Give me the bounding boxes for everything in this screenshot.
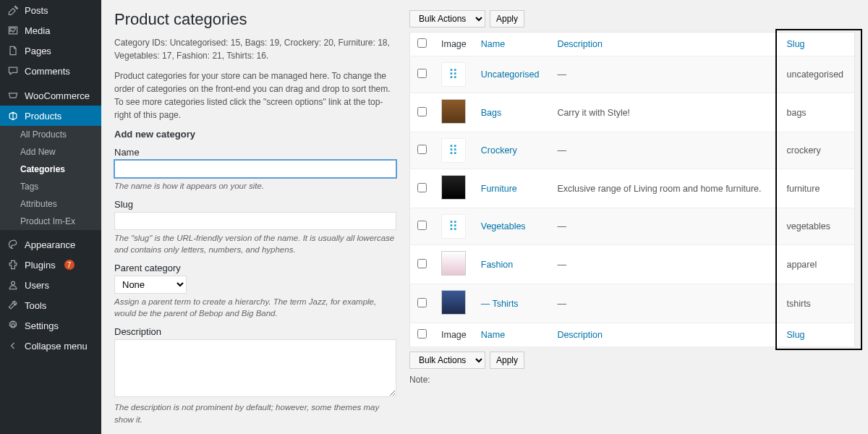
name-label: Name [114,147,396,158]
sidebar-item-label: Media [25,25,50,36]
sidebar-item-appearance[interactable]: Appearance [0,234,101,255]
col-description[interactable]: Description [550,33,779,56]
row-checkbox[interactable] [417,107,427,116]
main-content: Product categories Category IDs: Uncateg… [101,0,868,434]
sidebar-item-settings[interactable]: Settings [0,315,101,336]
admin-sidebar: PostsMediaPagesCommentsWooCommerceProduc… [0,0,101,434]
category-slug: crockery [780,132,855,169]
row-checkbox[interactable] [417,183,427,192]
user-icon [7,279,19,291]
sidebar-item-comments[interactable]: Comments [0,61,101,81]
note-label: Note: [409,375,855,385]
placeholder-thumb-icon: ⠿ [441,214,466,239]
placeholder-thumb-icon: ⠿ [441,62,466,87]
col-name-foot[interactable]: Name [474,323,550,347]
sidebar-item-products[interactable]: Products [0,106,101,126]
table-row: ⠿Vegetables—vegetables [410,208,855,245]
sidebar-sub-categories[interactable]: Categories [0,161,101,178]
category-ids-line: Category IDs: Uncategorised: 15, Bags: 1… [114,36,396,62]
sidebar-item-label: Collapse menu [25,341,88,352]
table-row: ⠿Crockery—crockery [410,132,855,169]
select-all-checkbox[interactable] [417,38,427,48]
category-description: Exclusive range of Living room and home … [550,169,779,208]
sidebar-item-label: Tools [25,300,46,311]
col-description-foot[interactable]: Description [550,323,779,347]
category-name-link[interactable]: Crockery [481,145,517,156]
row-checkbox[interactable] [417,259,427,268]
category-thumb [441,175,466,200]
update-badge: 7 [64,260,75,270]
category-name-link[interactable]: Bags [481,108,502,118]
category-slug: tshirts [780,284,855,323]
sidebar-sub-product-im-ex[interactable]: Product Im-Ex [0,213,101,230]
row-checkbox[interactable] [417,69,427,78]
comment-icon [7,65,19,77]
bulk-actions-select[interactable]: Bulk Actions [409,10,485,27]
product-icon [7,110,19,122]
slug-label: Slug [114,199,396,210]
sidebar-item-plugins[interactable]: Plugins7 [0,255,101,275]
description-textarea[interactable] [114,339,396,397]
woo-icon [7,90,19,101]
bulk-actions-select-bottom[interactable]: Bulk Actions [409,352,485,369]
categories-table: Image Name Description Slug ⠿Uncategoris… [409,32,855,347]
sidebar-item-posts[interactable]: Posts [0,0,101,20]
name-hint: The name is how it appears on your site. [114,180,396,192]
col-slug-foot[interactable]: Slug [780,323,855,347]
category-description: — [550,132,779,169]
table-row: — Tshirts—tshirts [410,284,855,323]
sidebar-item-pages[interactable]: Pages [0,41,101,61]
category-description: — [550,284,779,323]
sidebar-item-users[interactable]: Users [0,275,101,295]
sidebar-sub-attributes[interactable]: Attributes [0,195,101,213]
bulk-apply-button[interactable]: Apply [490,10,524,27]
category-table-panel: Bulk Actions Apply Image Name Descriptio… [409,10,855,424]
appearance-icon [7,239,19,250]
category-slug: bags [780,93,855,132]
sidebar-item-media[interactable]: Media [0,20,101,41]
table-row: BagsCarry it with Style!bags [410,93,855,132]
page-icon [7,45,19,56]
category-description: — [550,56,779,93]
sidebar-item-label: Posts [25,5,48,16]
sidebar-item-label: WooCommerce [25,90,90,101]
category-description: — [550,245,779,284]
sidebar-item-woocommerce[interactable]: WooCommerce [0,85,101,106]
category-name-link[interactable]: Uncategorised [481,69,540,80]
category-description: — [550,208,779,245]
category-name-link[interactable]: Vegetables [481,221,526,231]
sidebar-item-label: Comments [25,66,70,77]
description-label: Description [114,326,396,337]
row-checkbox[interactable] [417,298,427,307]
sidebar-sub-all-products[interactable]: All Products [0,126,101,143]
sidebar-item-label: Settings [25,320,59,331]
category-slug: apparel [780,245,855,284]
plugin-icon [7,259,19,271]
table-row: ⠿Uncategorised—uncategorised [410,56,855,93]
sidebar-sub-add-new[interactable]: Add New [0,143,101,161]
bulk-apply-button-bottom[interactable]: Apply [490,352,524,369]
category-name-link[interactable]: Furniture [481,184,517,194]
sidebar-item-label: Plugins [25,260,56,271]
col-image-foot[interactable]: Image [434,323,474,347]
col-image[interactable]: Image [434,33,474,56]
sidebar-item-tools[interactable]: Tools [0,295,101,315]
parent-label: Parent category [114,263,396,273]
category-name-link[interactable]: — Tshirts [481,299,519,309]
category-thumb [441,251,466,276]
name-input[interactable] [114,160,396,178]
placeholder-thumb-icon: ⠿ [441,138,466,163]
category-slug: uncategorised [780,56,855,93]
row-checkbox[interactable] [417,221,427,230]
select-all-checkbox-bottom[interactable] [417,329,427,339]
sidebar-item-collapse-menu[interactable]: Collapse menu [0,336,101,356]
tool-icon [7,299,19,311]
col-slug[interactable]: Slug [780,33,855,56]
parent-select[interactable]: None [114,276,187,294]
col-name[interactable]: Name [474,33,550,56]
sidebar-sub-tags[interactable]: Tags [0,178,101,195]
slug-input[interactable] [114,212,396,230]
category-name-link[interactable]: Fashion [481,260,513,270]
row-checkbox[interactable] [417,145,427,154]
pin-icon [7,4,19,16]
